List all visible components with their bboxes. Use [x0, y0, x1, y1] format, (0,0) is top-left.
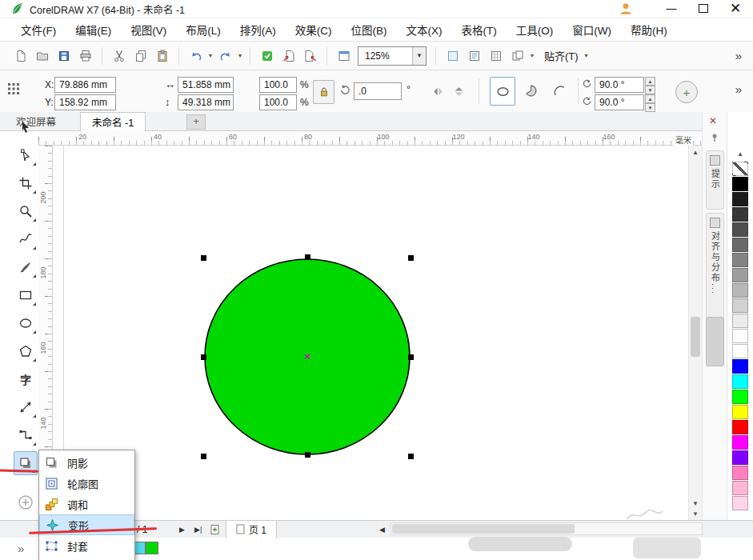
zoom-level-select[interactable]: 125% ▼: [358, 46, 427, 66]
no-color-swatch[interactable]: [732, 162, 748, 176]
palette-swatch[interactable]: [732, 466, 748, 480]
palette-swatch[interactable]: [732, 177, 748, 191]
start-angle-spinner[interactable]: ▲▼: [645, 77, 655, 94]
ellipse-tool[interactable]: [14, 311, 38, 335]
minimize-button[interactable]: —: [655, 0, 687, 17]
export-button[interactable]: [299, 46, 321, 66]
palette-swatch[interactable]: [732, 222, 748, 237]
object-origin-grid-icon[interactable]: [6, 82, 21, 96]
scale-horizontal-field[interactable]: 100.0: [259, 77, 297, 93]
spinner-down-icon[interactable]: ▼: [645, 103, 655, 112]
ellipse-shape-button[interactable]: [490, 77, 515, 106]
last-page-icon[interactable]: ▶|: [194, 526, 202, 534]
print-button[interactable]: [74, 46, 96, 66]
palette-swatch[interactable]: [732, 405, 748, 419]
snap-to-dropdown[interactable]: 贴齐(T) ▾: [544, 48, 591, 63]
fullscreen-preview-button[interactable]: [442, 46, 463, 66]
palette-swatch[interactable]: [732, 298, 748, 313]
import-button[interactable]: [278, 46, 299, 66]
palette-swatch[interactable]: [732, 192, 748, 206]
docker-pin-icon[interactable]: [710, 133, 719, 142]
convert-to-curve-button[interactable]: +: [675, 81, 698, 103]
vertical-scroll-thumb[interactable]: [691, 317, 700, 357]
menu-tools[interactable]: 工具(O): [507, 18, 563, 41]
page-tab-1[interactable]: 页 1: [226, 521, 277, 538]
menu-arrange[interactable]: 排列(A): [230, 18, 286, 41]
zoom-dropdown-chevron-icon[interactable]: ▼: [412, 47, 426, 65]
object-height-field[interactable]: 49.318 mm: [178, 94, 234, 110]
polygon-tool[interactable]: [14, 339, 38, 363]
more-tools-button[interactable]: [14, 490, 38, 514]
menu-file[interactable]: 文件(F): [11, 18, 66, 41]
docker-tab-blank[interactable]: [706, 317, 724, 366]
selection-handle-top-left[interactable]: [201, 255, 206, 261]
menu-help[interactable]: 帮助(H): [621, 18, 677, 41]
palette-swatch[interactable]: [732, 435, 748, 450]
palette-swatch[interactable]: [732, 207, 748, 222]
scroll-down-page-icon[interactable]: ▼: [689, 510, 702, 518]
scroll-down-icon[interactable]: ▼: [689, 500, 702, 507]
lock-ratio-button[interactable]: [313, 80, 334, 104]
palette-swatch[interactable]: [732, 238, 748, 252]
save-button[interactable]: [53, 46, 74, 66]
palette-swatch[interactable]: [732, 496, 748, 510]
statusbar-overflow-button[interactable]: »: [18, 542, 24, 555]
app-launcher-button[interactable]: [333, 46, 354, 66]
copy-button[interactable]: [130, 46, 151, 66]
crop-tool[interactable]: [14, 171, 38, 195]
connector-tool[interactable]: [14, 423, 38, 447]
palette-swatch[interactable]: [732, 344, 748, 358]
add-page-icon[interactable]: [210, 524, 221, 535]
selection-handle-bottom-right[interactable]: [408, 454, 414, 459]
end-angle-field[interactable]: 90.0 °: [595, 94, 644, 110]
mirror-horizontal-button[interactable]: [429, 82, 447, 100]
palette-swatch[interactable]: [732, 420, 748, 434]
flyout-item-contour[interactable]: 轮廓图: [39, 473, 134, 494]
redo-dropdown-chevron-icon[interactable]: ▾: [236, 52, 244, 59]
new-tab-button[interactable]: +: [186, 114, 206, 130]
show-grid-button[interactable]: [485, 46, 507, 66]
scroll-up-icon[interactable]: ▲: [689, 149, 702, 156]
horizontal-ruler[interactable]: 20 40 60 80 100 120 140 160 毫米: [38, 131, 706, 146]
palette-swatch[interactable]: [732, 450, 748, 465]
palette-swatch[interactable]: [732, 329, 748, 343]
pie-shape-button[interactable]: [519, 77, 543, 104]
menu-window[interactable]: 窗口(W): [563, 18, 621, 41]
show-rulers-button[interactable]: [463, 46, 485, 66]
rectangle-tool[interactable]: [14, 283, 38, 307]
hscroll-left-icon[interactable]: ◀: [379, 526, 385, 534]
undo-dropdown-chevron-icon[interactable]: ▾: [206, 52, 214, 59]
cut-button[interactable]: [108, 46, 130, 66]
palette-swatch[interactable]: [732, 374, 748, 389]
propbar-overflow-button[interactable]: »: [735, 82, 742, 96]
artistic-media-tool[interactable]: [14, 255, 38, 279]
menu-effects[interactable]: 效果(C): [286, 18, 342, 41]
vertical-scrollbar[interactable]: ▲ ▼ ▼: [688, 146, 702, 520]
object-center-marker[interactable]: ×: [304, 350, 310, 362]
selection-handle-middle-right[interactable]: [408, 354, 414, 360]
new-document-button[interactable]: [10, 46, 31, 66]
maximize-button[interactable]: [687, 0, 719, 17]
drawing-canvas[interactable]: ×: [53, 146, 688, 520]
options-button[interactable]: [507, 46, 528, 66]
search-content-button[interactable]: [256, 46, 278, 66]
selection-handle-middle-left[interactable]: [201, 354, 206, 360]
scale-vertical-field[interactable]: 100.0: [259, 94, 297, 110]
palette-swatch[interactable]: [732, 390, 748, 404]
mirror-vertical-button[interactable]: [450, 82, 468, 100]
docker-tab-align-distribute[interactable]: 对齐与分布...: [706, 213, 724, 318]
shape-tool[interactable]: [14, 143, 38, 167]
flyout-item-drop-shadow[interactable]: 阴影: [39, 452, 134, 473]
horizontal-scroll-thumb[interactable]: [392, 524, 575, 534]
flyout-item-partial[interactable]: [39, 556, 134, 560]
spinner-up-icon[interactable]: ▲: [645, 94, 655, 103]
menu-bitmaps[interactable]: 位图(B): [342, 18, 397, 41]
spinner-up-icon[interactable]: ▲: [645, 77, 655, 86]
close-button[interactable]: ✕: [719, 0, 751, 17]
arc-shape-button[interactable]: [547, 77, 571, 104]
selection-handle-top-middle[interactable]: [305, 254, 310, 260]
object-width-field[interactable]: 51.858 mm: [178, 77, 234, 93]
next-page-icon[interactable]: ▶: [179, 526, 185, 534]
tab-untitled-document[interactable]: 未命名 -1: [80, 112, 146, 132]
user-account-icon[interactable]: [619, 2, 633, 16]
